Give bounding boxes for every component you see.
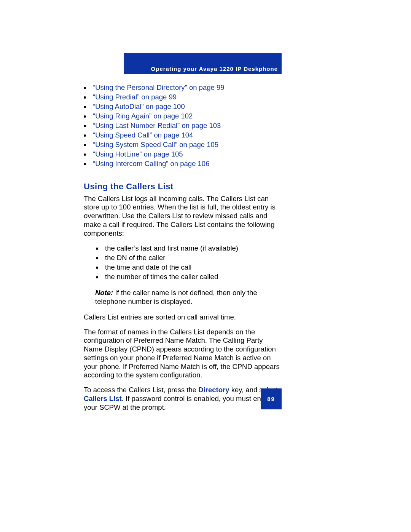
- body-paragraph: The format of names in the Callers List …: [84, 328, 282, 380]
- xref-link[interactable]: “Using the Personal Directory” on page 9…: [93, 83, 225, 91]
- page-content: “Using the Personal Directory” on page 9…: [84, 83, 282, 418]
- note-text: If the caller name is not defined, then …: [95, 289, 257, 305]
- xref-link[interactable]: “Using Ring Again” on page 102: [93, 112, 193, 120]
- text-run: To access the Callers List, press the: [84, 386, 198, 394]
- list-item: the number of times the caller called: [103, 272, 282, 282]
- page-number: 89: [267, 396, 275, 402]
- list-item: the caller’s last and first name (if ava…: [103, 244, 282, 253]
- list-item: “Using Predial” on page 99: [91, 93, 282, 102]
- list-item: “Using AutoDial” on page 100: [91, 102, 282, 112]
- list-item: the DN of the caller: [103, 253, 282, 263]
- list-item: the time and date of the call: [103, 263, 282, 272]
- header-bar: Operating your Avaya 1220 IP Deskphone: [124, 53, 282, 74]
- document-page: Operating your Avaya 1220 IP Deskphone “…: [0, 0, 411, 532]
- list-item: “Using Speed Call” on page 104: [91, 131, 282, 140]
- note-block: Note: If the caller name is not defined,…: [95, 289, 270, 306]
- cross-reference-list: “Using the Personal Directory” on page 9…: [91, 83, 282, 169]
- list-item: “Using System Speed Call” on page 105: [91, 140, 282, 150]
- page-number-box: 89: [261, 388, 282, 409]
- components-list: the caller’s last and first name (if ava…: [103, 244, 282, 282]
- body-paragraph: To access the Callers List, press the Di…: [84, 386, 282, 412]
- header-title: Operating your Avaya 1220 IP Deskphone: [151, 66, 278, 72]
- keyword-directory: Directory: [198, 386, 229, 394]
- note-label: Note:: [95, 289, 113, 297]
- list-item: “Using Intercom Calling” on page 106: [91, 159, 282, 169]
- body-paragraph: Callers List entries are sorted on call …: [84, 313, 282, 322]
- list-item: “Using HotLine” on page 105: [91, 150, 282, 159]
- section-heading: Using the Callers List: [84, 182, 282, 192]
- xref-link[interactable]: “Using System Speed Call” on page 105: [93, 141, 218, 149]
- intro-paragraph: The Callers List logs all incoming calls…: [84, 195, 282, 238]
- list-item: “Using the Personal Directory” on page 9…: [91, 83, 282, 93]
- list-item: “Using Last Number Redial” on page 103: [91, 121, 282, 131]
- xref-link[interactable]: “Using AutoDial” on page 100: [93, 102, 185, 110]
- list-item: “Using Ring Again” on page 102: [91, 112, 282, 121]
- keyword-callers-list: Callers List: [84, 395, 122, 403]
- xref-link[interactable]: “Using Intercom Calling” on page 106: [93, 160, 209, 168]
- xref-link[interactable]: “Using Speed Call” on page 104: [93, 131, 193, 139]
- xref-link[interactable]: “Using Last Number Redial” on page 103: [93, 121, 221, 129]
- xref-link[interactable]: “Using HotLine” on page 105: [93, 150, 183, 158]
- xref-link[interactable]: “Using Predial” on page 99: [93, 93, 177, 101]
